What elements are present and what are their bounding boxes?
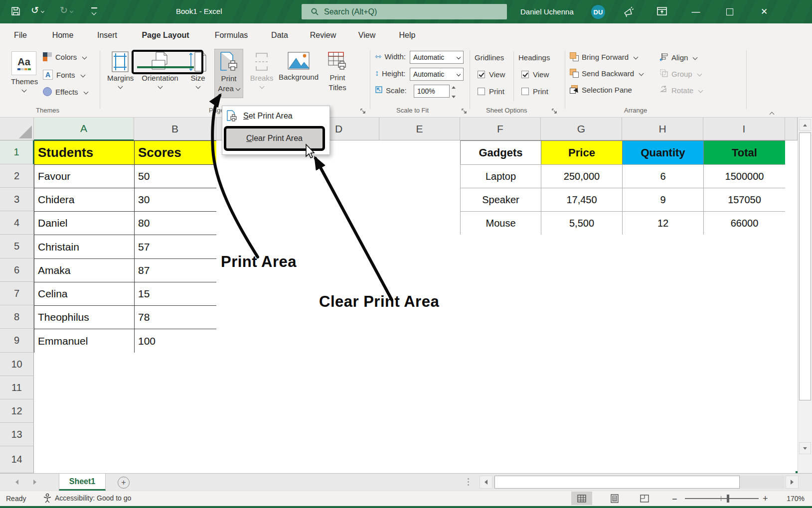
- cell-H1[interactable]: Quantity: [622, 140, 704, 165]
- cell-B4[interactable]: 80: [134, 211, 217, 235]
- cell-F5[interactable]: [460, 235, 541, 259]
- row-header-6[interactable]: 6: [0, 258, 34, 282]
- cell-A7[interactable]: Celina: [34, 282, 135, 306]
- cell-I2[interactable]: 1500000: [703, 164, 786, 188]
- cell-B3[interactable]: 30: [134, 188, 217, 212]
- cell-H7[interactable]: [622, 282, 704, 306]
- minimize-button[interactable]: —: [685, 0, 707, 23]
- cell-J8[interactable]: [785, 305, 798, 329]
- cell-C7[interactable]: [216, 282, 299, 306]
- cell-C13[interactable]: [216, 423, 299, 447]
- cell-E11[interactable]: [379, 376, 461, 400]
- close-button[interactable]: ✕: [753, 0, 775, 23]
- select-all-corner[interactable]: [0, 118, 34, 140]
- cell-D3[interactable]: [299, 188, 380, 212]
- cell-B9[interactable]: 100: [134, 329, 217, 353]
- undo-button[interactable]: ↺: [31, 5, 44, 15]
- column-header-A[interactable]: A: [34, 118, 134, 140]
- row-header-3[interactable]: 3: [0, 188, 34, 211]
- cell-A3[interactable]: Chidera: [34, 188, 135, 212]
- cell-J5[interactable]: [785, 235, 798, 259]
- cell-B1[interactable]: Scores: [134, 140, 217, 165]
- cell-I8[interactable]: [703, 305, 786, 329]
- avatar[interactable]: DU: [591, 5, 605, 19]
- cell-H11[interactable]: [622, 376, 704, 400]
- cell-J9[interactable]: [785, 329, 798, 353]
- cell-E12[interactable]: [379, 399, 461, 423]
- tab-help[interactable]: Help: [396, 23, 419, 47]
- cell-J12[interactable]: [785, 399, 798, 423]
- cell-F13[interactable]: [460, 423, 541, 447]
- cell-A8[interactable]: Theophilus: [34, 305, 135, 329]
- cell-I14[interactable]: [703, 446, 786, 473]
- cell-J10[interactable]: [785, 353, 798, 377]
- cell-H8[interactable]: [622, 305, 704, 329]
- cell-F7[interactable]: [460, 282, 541, 306]
- cell-F3[interactable]: Speaker: [460, 188, 541, 212]
- column-header-partial[interactable]: [785, 118, 798, 140]
- cell-D4[interactable]: [299, 211, 380, 235]
- cell-I4[interactable]: 66000: [703, 211, 786, 235]
- cell-C10[interactable]: [216, 353, 299, 377]
- fonts-button[interactable]: A Fonts: [43, 70, 85, 80]
- cell-E3[interactable]: [379, 188, 461, 212]
- tab-insert[interactable]: Insert: [94, 23, 121, 47]
- cell-F4[interactable]: Mouse: [460, 211, 541, 235]
- cell-I10[interactable]: [703, 353, 786, 377]
- cell-D13[interactable]: [299, 423, 380, 447]
- normal-view-button[interactable]: [571, 492, 592, 505]
- cell-H5[interactable]: [622, 235, 704, 259]
- cell-F8[interactable]: [460, 305, 541, 329]
- scroll-up-icon[interactable]: [799, 119, 811, 131]
- account-name[interactable]: Daniel Uchenna: [520, 7, 574, 16]
- cell-F1[interactable]: Gadgets: [460, 140, 541, 165]
- cell-E9[interactable]: [379, 329, 461, 353]
- cell-G12[interactable]: [541, 399, 623, 423]
- colors-button[interactable]: Colors: [43, 52, 86, 61]
- bring-forward-button[interactable]: Bring Forward: [570, 52, 638, 61]
- cell-A11[interactable]: [34, 376, 135, 400]
- cell-H6[interactable]: [622, 258, 704, 282]
- scroll-down-icon[interactable]: [799, 442, 811, 454]
- save-icon[interactable]: [11, 6, 20, 16]
- column-header-I[interactable]: I: [703, 118, 785, 140]
- zoom-out-button[interactable]: −: [672, 494, 677, 505]
- cell-A1[interactable]: Students: [34, 140, 135, 165]
- send-backward-button[interactable]: Send Backward: [570, 69, 643, 78]
- cell-G2[interactable]: 250,000: [541, 164, 623, 188]
- vertical-scroll-thumb[interactable]: [799, 132, 811, 400]
- print-titles-button[interactable]: PrintTitles: [324, 51, 351, 92]
- redo-button[interactable]: ↻: [60, 5, 73, 15]
- cell-A10[interactable]: [34, 353, 135, 377]
- row-header-5[interactable]: 5: [0, 235, 34, 258]
- cell-I5[interactable]: [703, 235, 786, 259]
- row-header-4[interactable]: 4: [0, 211, 34, 235]
- cell-C14[interactable]: [216, 446, 299, 473]
- next-sheet-icon[interactable]: [29, 476, 41, 488]
- row-header-7[interactable]: 7: [0, 282, 34, 305]
- cell-B11[interactable]: [134, 376, 217, 400]
- cell-E1[interactable]: [379, 140, 461, 165]
- cell-A14[interactable]: [34, 446, 135, 473]
- cell-I13[interactable]: [703, 423, 786, 447]
- cell-D5[interactable]: [299, 235, 380, 259]
- page-break-preview-button[interactable]: [634, 492, 655, 505]
- sheet-tab-sheet1[interactable]: Sheet1: [59, 474, 106, 491]
- height-select[interactable]: Automatic: [410, 68, 464, 81]
- cell-D10[interactable]: [299, 353, 380, 377]
- cell-G4[interactable]: 5,500: [541, 211, 623, 235]
- cell-C12[interactable]: [216, 399, 299, 423]
- tab-review[interactable]: Review: [307, 23, 339, 47]
- cell-G3[interactable]: 17,450: [541, 188, 623, 212]
- cell-E10[interactable]: [379, 353, 461, 377]
- hscroll-track[interactable]: [493, 476, 785, 489]
- cell-G1[interactable]: Price: [541, 140, 623, 165]
- scale-to-fit-dialog-launcher[interactable]: [461, 108, 468, 116]
- cell-A9[interactable]: Emmanuel: [34, 329, 135, 353]
- cell-G9[interactable]: [541, 329, 623, 353]
- cell-H4[interactable]: 12: [622, 211, 704, 235]
- cell-G6[interactable]: [541, 258, 623, 282]
- cell-A4[interactable]: Daniel: [34, 211, 135, 235]
- zoom-level[interactable]: 170%: [776, 495, 805, 503]
- cell-G11[interactable]: [541, 376, 623, 400]
